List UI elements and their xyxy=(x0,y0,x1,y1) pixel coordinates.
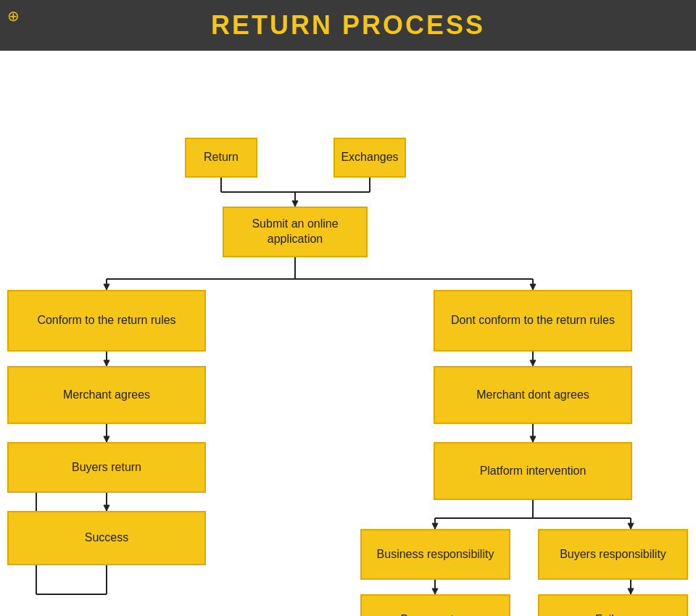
svg-marker-26 xyxy=(530,436,536,442)
exchanges-node: Exchanges xyxy=(334,138,406,178)
svg-marker-15 xyxy=(104,436,109,442)
submit-node: Submit an online application xyxy=(223,207,368,257)
flowchart-area: Return Exchanges Submit an online applic… xyxy=(0,51,696,616)
failure-node: Failure xyxy=(538,594,688,616)
svg-marker-4 xyxy=(292,201,298,207)
buyers-resp-node: Buyers responsibility xyxy=(538,529,688,580)
success-node: Success xyxy=(7,511,206,565)
conform-node: Conform to the return rules xyxy=(7,290,206,351)
svg-marker-17 xyxy=(104,505,109,511)
crosshair-icon: ⊕ xyxy=(7,7,20,25)
svg-marker-33 xyxy=(628,523,634,529)
buyers-return-left-node: Buyers return xyxy=(7,442,206,493)
svg-marker-11 xyxy=(530,284,536,290)
svg-marker-24 xyxy=(530,360,536,366)
svg-marker-37 xyxy=(628,588,634,594)
merchant-agrees-node: Merchant agrees xyxy=(7,366,206,424)
dont-conform-node: Dont conform to the return rules xyxy=(434,290,632,351)
business-resp-node: Business responsibility xyxy=(360,529,510,580)
svg-marker-13 xyxy=(104,360,109,366)
header: ⊕ RETURN PROCESS xyxy=(0,0,696,51)
platform-node: Platform intervention xyxy=(434,442,632,500)
merchant-dont-node: Merchant dont agrees xyxy=(434,366,632,424)
svg-marker-8 xyxy=(104,284,109,290)
page-title: RETURN PROCESS xyxy=(211,10,485,41)
buyers-return-right-node: Buyers return xyxy=(360,594,510,616)
svg-marker-30 xyxy=(432,523,438,529)
svg-marker-35 xyxy=(432,588,438,594)
return-node: Return xyxy=(185,138,257,178)
